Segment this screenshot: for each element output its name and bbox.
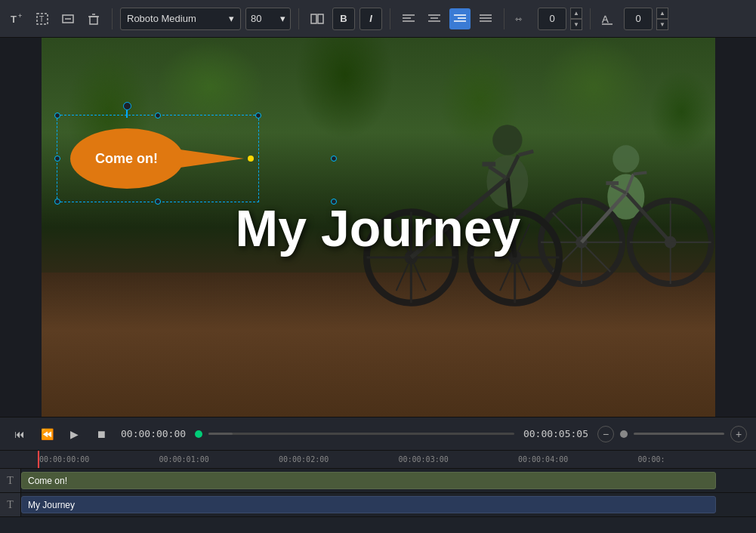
- separator-5: [590, 8, 591, 29]
- ruler-mark-5: 00:00:: [637, 455, 757, 464]
- track-content-my-journey[interactable]: My Journey: [21, 493, 756, 516]
- font-size-selector[interactable]: 80 ▾: [245, 8, 291, 30]
- volume-indicator: [620, 430, 628, 438]
- delete-button[interactable]: [83, 8, 104, 29]
- svg-text:⇿: ⇿: [515, 14, 522, 23]
- align-left-button[interactable]: [398, 8, 419, 29]
- callout-pointer-tip: [248, 156, 254, 162]
- fit-text-button[interactable]: [57, 8, 79, 29]
- justify-button[interactable]: [475, 8, 496, 29]
- clip-my-journey[interactable]: My Journey: [21, 496, 716, 513]
- canvas-area: My Journey Come on!: [0, 38, 756, 417]
- separator-1: [112, 8, 113, 29]
- separator-2: [298, 8, 299, 29]
- align-right-button[interactable]: [449, 8, 471, 29]
- stop-button[interactable]: ⏹: [91, 424, 112, 445]
- svg-rect-6: [90, 17, 97, 24]
- track-icon-come-on: T: [0, 469, 21, 492]
- svg-line-41: [634, 173, 647, 174]
- ruler-mark-4: 00:00:04:00: [517, 455, 637, 464]
- volume-track[interactable]: [634, 433, 724, 435]
- outline-down[interactable]: ▼: [656, 19, 668, 30]
- outline-stepper[interactable]: ▲ ▼: [656, 8, 668, 30]
- skip-back-button[interactable]: ⏮: [9, 424, 30, 445]
- video-canvas[interactable]: My Journey Come on!: [42, 38, 715, 417]
- track-row-come-on[interactable]: T Come on!: [0, 469, 756, 493]
- callout-shape[interactable]: Come on!: [70, 128, 184, 189]
- letter-spacing-value[interactable]: 0: [538, 8, 566, 30]
- timeline-tracks: T Come on! T My Journey: [0, 469, 756, 533]
- track-row-my-journey[interactable]: T My Journey: [0, 493, 756, 517]
- zoom-in-button[interactable]: +: [730, 426, 747, 442]
- italic-button[interactable]: I: [359, 8, 382, 30]
- playback-bar: ⏮ ⏪ ▶ ⏹ 00:00:00:00 00:00:05:05 − +: [0, 417, 756, 450]
- ruler-mark-0: 00:00:00:00: [38, 455, 158, 464]
- letter-spacing-icon: ⇿: [512, 8, 533, 29]
- ruler-mark-1: 00:00:01:00: [158, 455, 278, 464]
- svg-point-27: [613, 146, 639, 173]
- clip-come-on[interactable]: Come on!: [21, 472, 716, 489]
- svg-text:T: T: [39, 15, 44, 23]
- bold-button[interactable]: B: [332, 8, 355, 30]
- ruler-mark-2: 00:00:02:00: [277, 455, 397, 464]
- separator-4: [504, 8, 505, 29]
- align-center-button[interactable]: [424, 8, 445, 29]
- playhead-dot[interactable]: [195, 430, 202, 438]
- svg-text:+: +: [18, 12, 22, 20]
- outline-value[interactable]: 0: [624, 8, 653, 30]
- toolbar: T + T Roboto Medium ▾ 80 ▾: [0, 0, 756, 38]
- ruler-marks: 00:00:00:00 00:00:01:00 00:00:02:00 00:0…: [0, 455, 756, 464]
- font-selector[interactable]: Roboto Medium ▾: [120, 8, 241, 30]
- track-content-come-on[interactable]: Come on!: [21, 469, 756, 492]
- journey-title: My Journey: [236, 199, 521, 257]
- outline-up[interactable]: ▲: [656, 8, 668, 19]
- callout-pointer: [180, 149, 244, 168]
- svg-line-61: [518, 152, 533, 156]
- callout-wrapper[interactable]: Come on!: [70, 128, 184, 189]
- add-text-button[interactable]: T +: [6, 8, 27, 29]
- svg-rect-10: [318, 14, 323, 23]
- playhead-line: [38, 451, 39, 468]
- svg-text:T: T: [11, 14, 17, 25]
- text-columns-icon[interactable]: [307, 8, 328, 29]
- progress-fill: [208, 433, 233, 435]
- svg-point-45: [492, 125, 522, 155]
- step-back-button[interactable]: ⏪: [36, 424, 57, 445]
- progress-track[interactable]: [208, 433, 514, 435]
- callout-bubble[interactable]: Come on!: [70, 128, 184, 189]
- ruler-mark-3: 00:00:03:00: [397, 455, 517, 464]
- separator-3: [390, 8, 390, 29]
- current-time: 00:00:00:00: [121, 428, 186, 439]
- play-button[interactable]: ▶: [63, 424, 85, 445]
- spacing-down[interactable]: ▼: [570, 19, 582, 30]
- svg-text:A: A: [602, 14, 609, 25]
- track-icon-my-journey: T: [0, 493, 21, 516]
- zoom-out-button[interactable]: −: [597, 426, 614, 442]
- letter-spacing-stepper[interactable]: ▲ ▼: [570, 8, 582, 30]
- rotate-handle[interactable]: [126, 106, 128, 118]
- outline-icon: A: [598, 8, 619, 29]
- spacing-up[interactable]: ▲: [570, 8, 582, 19]
- timeline: 00:00:00:00 00:00:01:00 00:00:02:00 00:0…: [0, 450, 756, 533]
- total-time: 00:00:05:05: [523, 428, 588, 439]
- svg-rect-9: [311, 14, 316, 23]
- transform-text-button[interactable]: T: [32, 8, 53, 29]
- timeline-ruler: 00:00:00:00 00:00:01:00 00:00:02:00 00:0…: [0, 451, 756, 469]
